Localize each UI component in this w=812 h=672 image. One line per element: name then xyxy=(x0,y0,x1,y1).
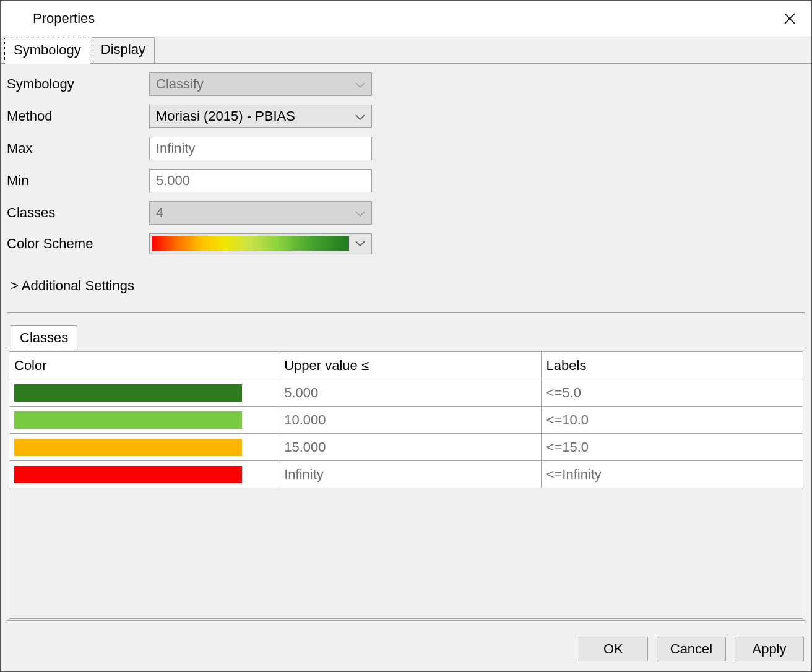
table-row[interactable]: Infinity<=Infinity xyxy=(9,461,803,488)
main-tabstrip: Symbology Display xyxy=(1,37,811,63)
close-icon xyxy=(784,12,796,25)
cell-color[interactable] xyxy=(9,407,279,434)
subtab-classes[interactable]: Classes xyxy=(11,325,77,350)
table-row[interactable]: 5.000<=5.0 xyxy=(9,379,803,407)
apply-button[interactable]: Apply xyxy=(735,637,804,661)
col-labels: Labels xyxy=(541,352,803,379)
chevron-down-icon xyxy=(355,108,365,124)
classes-label: Classes xyxy=(7,205,149,221)
divider xyxy=(7,312,805,313)
cell-upper[interactable]: 10.000 xyxy=(279,407,541,434)
chevron-down-icon xyxy=(355,205,365,221)
tab-display-label: Display xyxy=(101,41,145,57)
min-value: 5.000 xyxy=(156,173,190,189)
cell-color[interactable] xyxy=(9,379,279,407)
col-upper: Upper value ≤ xyxy=(279,352,541,379)
dialog-body: Symbology Classify Method Moriasi (2015)… xyxy=(1,64,811,627)
cancel-label: Cancel xyxy=(670,641,712,657)
cell-upper[interactable]: Infinity xyxy=(279,461,541,488)
symbology-label: Symbology xyxy=(7,76,149,92)
classes-table: Color Upper value ≤ Labels 5.000<=5.010.… xyxy=(9,351,803,488)
classes-value: 4 xyxy=(156,205,355,221)
table-empty-area xyxy=(9,488,803,619)
ok-button[interactable]: OK xyxy=(579,637,648,661)
close-button[interactable] xyxy=(775,4,804,33)
max-value: Infinity xyxy=(156,140,196,157)
symbology-value: Classify xyxy=(156,76,355,92)
color-swatch xyxy=(14,439,242,456)
cancel-button[interactable]: Cancel xyxy=(657,637,726,661)
subtab-classes-label: Classes xyxy=(20,330,68,345)
cell-label[interactable]: <=5.0 xyxy=(541,379,803,407)
window-title: Properties xyxy=(33,11,775,27)
max-input[interactable]: Infinity xyxy=(149,137,372,160)
min-input[interactable]: 5.000 xyxy=(149,169,372,192)
dialog-footer: OK Cancel Apply xyxy=(1,627,811,671)
classes-table-wrap: Color Upper value ≤ Labels 5.000<=5.010.… xyxy=(7,350,805,621)
properties-dialog: Properties Symbology Display Symbology C… xyxy=(0,0,812,672)
titlebar: Properties xyxy=(1,1,811,37)
table-header-row: Color Upper value ≤ Labels xyxy=(9,352,803,379)
chevron-down-icon xyxy=(355,238,365,249)
apply-label: Apply xyxy=(752,641,786,657)
cell-color[interactable] xyxy=(9,461,279,488)
additional-settings-expander[interactable]: > Additional Settings xyxy=(11,278,805,294)
cell-upper[interactable]: 5.000 xyxy=(279,379,541,407)
tab-symbology[interactable]: Symbology xyxy=(4,38,90,64)
symbology-combo: Classify xyxy=(149,72,372,96)
method-value: Moriasi (2015) - PBIAS xyxy=(156,108,355,124)
method-combo[interactable]: Moriasi (2015) - PBIAS xyxy=(149,105,372,128)
cell-label[interactable]: <=Infinity xyxy=(541,461,803,488)
cell-label[interactable]: <=10.0 xyxy=(541,407,803,434)
colorscheme-label: Color Scheme xyxy=(7,236,149,252)
cell-color[interactable] xyxy=(9,434,279,461)
cell-upper[interactable]: 15.000 xyxy=(279,434,541,461)
table-row[interactable]: 10.000<=10.0 xyxy=(9,407,803,434)
sub-tabstrip: Classes xyxy=(7,325,805,350)
chevron-down-icon xyxy=(355,76,365,92)
colorscheme-combo[interactable] xyxy=(149,233,372,254)
additional-settings-label: > Additional Settings xyxy=(11,278,134,293)
max-label: Max xyxy=(7,140,149,157)
method-label: Method xyxy=(7,108,149,124)
tab-symbology-label: Symbology xyxy=(14,42,81,58)
cell-label[interactable]: <=15.0 xyxy=(541,434,803,461)
min-label: Min xyxy=(7,173,149,189)
color-swatch xyxy=(14,411,242,429)
colorscheme-gradient xyxy=(152,236,349,251)
tab-display[interactable]: Display xyxy=(92,37,155,63)
col-color: Color xyxy=(9,352,279,379)
classes-combo: 4 xyxy=(149,201,372,225)
color-swatch xyxy=(14,466,242,483)
ok-label: OK xyxy=(603,641,623,657)
color-swatch xyxy=(14,384,242,402)
table-row[interactable]: 15.000<=15.0 xyxy=(9,434,803,461)
